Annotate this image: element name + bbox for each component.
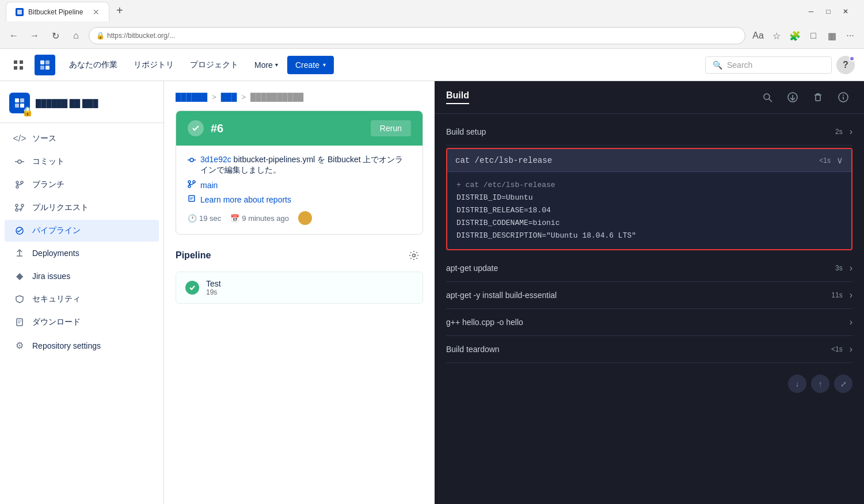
build-step-0[interactable]: apt-get update 3s › — [446, 255, 852, 282]
sidebar-item-branches[interactable]: ブランチ — [5, 174, 159, 196]
commit-line: 3d1e92c bitbucket-pipelines.yml を Bitbuc… — [188, 155, 411, 175]
deployments-icon — [14, 249, 25, 258]
branches-icon — [14, 180, 25, 189]
sidebar-item-commits[interactable]: コミット — [5, 151, 159, 173]
browser-tab[interactable]: Bitbucket Pipeline ✕ — [6, 2, 109, 21]
svg-rect-6 — [40, 66, 44, 70]
expanded-command: cat /etc/lsb-release — [455, 156, 819, 165]
sidebar-item-downloads[interactable]: ダウンロード — [5, 311, 159, 333]
expand-chevron-icon: › — [850, 263, 852, 273]
maximize-button[interactable]: □ — [820, 3, 836, 20]
pipeline-number: #6 — [211, 122, 223, 135]
nav-work[interactable]: あなたの作業 — [62, 55, 124, 75]
commit-icon — [188, 156, 196, 166]
scroll-up-button[interactable]: ↑ — [811, 375, 829, 393]
expand-panel-button[interactable]: ⤢ — [834, 375, 852, 393]
center-content: ██████ > ███ > ██████████ #6 Rerun — [164, 81, 435, 504]
build-step-expanded-header[interactable]: cat /etc/lsb-release <1s ∨ — [447, 149, 851, 172]
extensions-icon[interactable]: 🧩 — [787, 28, 803, 44]
build-tab[interactable]: Build — [446, 90, 469, 104]
pipeline-body: 3d1e92c bitbucket-pipelines.yml を Bitbuc… — [176, 146, 423, 234]
collections-icon[interactable]: □ — [805, 28, 821, 44]
sidebar-nav: </> ソース コミット ブランチ — [0, 128, 163, 495]
sidebar-item-source[interactable]: </> ソース — [5, 128, 159, 150]
rerun-button[interactable]: Rerun — [371, 120, 411, 136]
nav-repo[interactable]: リポジトリ — [127, 55, 181, 75]
forward-button[interactable]: → — [26, 28, 43, 44]
back-button[interactable]: ← — [6, 28, 22, 44]
reports-icon — [188, 194, 196, 204]
sidebar-item-pullrequests[interactable]: プルリクエスト — [5, 197, 159, 219]
reader-view-icon[interactable]: Aa — [750, 28, 766, 44]
svg-point-41 — [843, 95, 844, 96]
split-screen-icon[interactable]: ▦ — [824, 28, 840, 44]
repo-header: 🔒 ██████ ██ ███ — [0, 90, 163, 123]
commit-hash[interactable]: 3d1e92c — [200, 155, 231, 164]
download-build-button[interactable] — [783, 88, 802, 106]
reports-link[interactable]: Learn more about reports — [200, 195, 291, 204]
sidebar-item-settings[interactable]: ⚙ Repository settings — [5, 334, 159, 357]
grid-menu-icon[interactable] — [9, 56, 28, 74]
breadcrumb-part2[interactable]: ███ — [221, 93, 237, 101]
collapse-chevron-icon: ∨ — [836, 155, 843, 166]
left-sidebar: 🔒 ██████ ██ ███ </> ソース コミット — [0, 81, 164, 504]
svg-point-30 — [193, 181, 195, 183]
avatar — [298, 211, 312, 225]
tab-favicon — [16, 8, 24, 16]
breadcrumb-part1[interactable]: ██████ — [176, 93, 207, 101]
new-tab-button[interactable]: + — [112, 2, 128, 21]
sidebar-item-deployments[interactable]: Deployments — [5, 243, 159, 264]
scroll-down-button[interactable]: ↓ — [788, 375, 806, 393]
favorites-icon[interactable]: ☆ — [768, 28, 785, 44]
svg-rect-8 — [15, 98, 19, 102]
branch-line: main — [188, 180, 411, 190]
build-step-1[interactable]: apt-get -y install build-essential 11s › — [446, 282, 852, 309]
minimize-button[interactable]: ─ — [803, 3, 819, 20]
search-placeholder: Search — [727, 60, 752, 70]
repo-lock-icon: 🔒 — [24, 108, 31, 114]
search-icon: 🔍 — [713, 60, 722, 70]
delete-build-button[interactable] — [809, 88, 827, 106]
close-button[interactable]: ✕ — [838, 3, 854, 20]
info-build-button[interactable] — [834, 88, 852, 106]
stage-time: 19s — [206, 288, 221, 296]
bitbucket-logo[interactable] — [35, 55, 55, 75]
pipeline-section-header: Pipeline — [176, 246, 423, 265]
more-menu-icon[interactable]: ··· — [842, 28, 858, 44]
search-build-button[interactable] — [758, 88, 777, 106]
branch-name[interactable]: main — [200, 181, 218, 190]
stage-card[interactable]: Test 19s — [176, 272, 423, 304]
svg-point-20 — [21, 204, 24, 207]
output-line-3: DISTRIB_CODENAME=bionic — [456, 217, 842, 230]
pipeline-settings-button[interactable] — [405, 246, 423, 265]
nav-search: 🔍 Search ? — [705, 56, 855, 74]
top-nav: あなたの作業 リポジトリ プロジェクト More ▾ Create ▾ 🔍 Se… — [0, 49, 864, 81]
home-button[interactable]: ⌂ — [68, 28, 84, 44]
build-step-2[interactable]: g++ hello.cpp -o hello › — [446, 309, 852, 336]
help-button[interactable]: ? — [836, 56, 855, 74]
refresh-button[interactable]: ↻ — [47, 28, 63, 44]
build-step-setup[interactable]: Build setup 2s › — [446, 119, 852, 146]
sidebar-item-security[interactable]: セキュリティ — [5, 288, 159, 310]
sidebar-item-jira[interactable]: ◆ Jira issues — [5, 265, 159, 287]
expand-chevron-icon: › — [850, 317, 852, 327]
nav-more[interactable]: More ▾ — [248, 56, 285, 74]
svg-rect-5 — [45, 60, 50, 64]
build-step-name: apt-get update — [446, 264, 835, 273]
svg-rect-31 — [189, 196, 195, 201]
clock-icon: 🕐 — [188, 214, 197, 223]
address-bar[interactable]: 🔒 https://bitbucket.org/... — [89, 27, 745, 44]
create-button[interactable]: Create ▾ — [287, 56, 334, 74]
sidebar-item-label: ブランチ — [32, 180, 64, 190]
nav-project[interactable]: プロジェクト — [183, 55, 245, 75]
svg-rect-22 — [17, 319, 22, 326]
build-step-3[interactable]: Build teardown <1s › — [446, 336, 852, 363]
stage-name: Test — [206, 279, 221, 288]
pipeline-card: #6 Rerun 3d1e92c bitbucket-pipelines.yml… — [176, 110, 423, 235]
svg-point-12 — [18, 160, 21, 163]
sidebar-item-pipelines[interactable]: パイプライン — [5, 220, 159, 242]
sidebar-item-label: セキュリティ — [32, 294, 81, 304]
tab-close-button[interactable]: ✕ — [93, 7, 100, 17]
search-box[interactable]: 🔍 Search — [705, 56, 832, 74]
output-line-4: DISTRIB_DESCRIPTION="Ubuntu 18.04.6 LTS" — [456, 230, 842, 242]
